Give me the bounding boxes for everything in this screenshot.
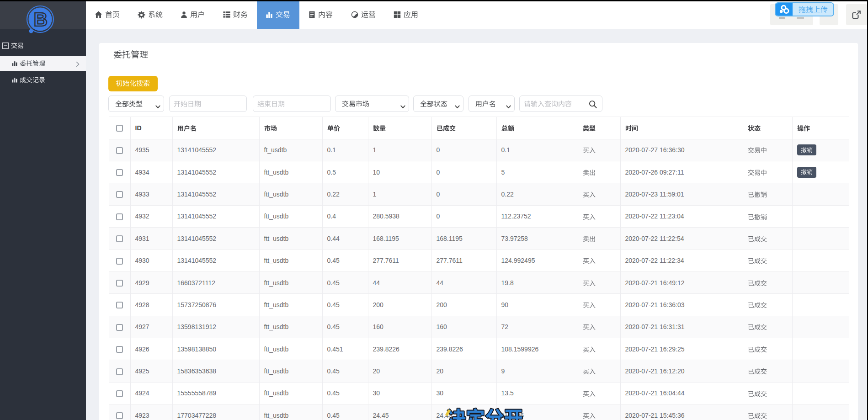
svg-text:B: B: [34, 9, 48, 30]
